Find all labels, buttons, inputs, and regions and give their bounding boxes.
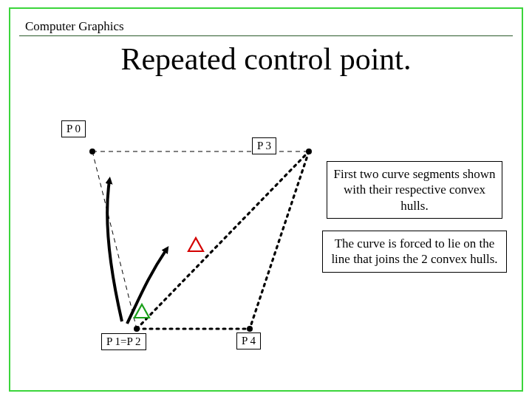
label-P1P2: P 1=P 2 — [101, 333, 146, 350]
curve-segment-1 — [107, 181, 122, 321]
header-rule — [19, 35, 513, 36]
marker-red-triangle — [188, 238, 203, 251]
label-P4: P 4 — [236, 332, 261, 349]
point-P3 — [306, 149, 312, 154]
label-P0: P 0 — [61, 120, 86, 137]
label-P3: P 3 — [252, 137, 276, 154]
hull1-edge-p0p1 — [92, 151, 137, 329]
annotation-forced-line: The curve is forced to lie on the line t… — [322, 231, 507, 273]
point-P1P2 — [134, 326, 140, 332]
annotation-hulls: First two curve segments shown with thei… — [327, 161, 502, 219]
page-title: Repeated control point. — [0, 41, 532, 77]
hull2-edge-p3p4 — [250, 151, 309, 329]
point-P0 — [89, 149, 95, 154]
shared-edge-p1p3 — [137, 151, 309, 329]
point-P4 — [247, 326, 253, 332]
diagram: P 0 P 3 P 1=P 2 P 4 First two curve segm… — [22, 111, 510, 377]
course-label: Computer Graphics — [25, 19, 124, 34]
